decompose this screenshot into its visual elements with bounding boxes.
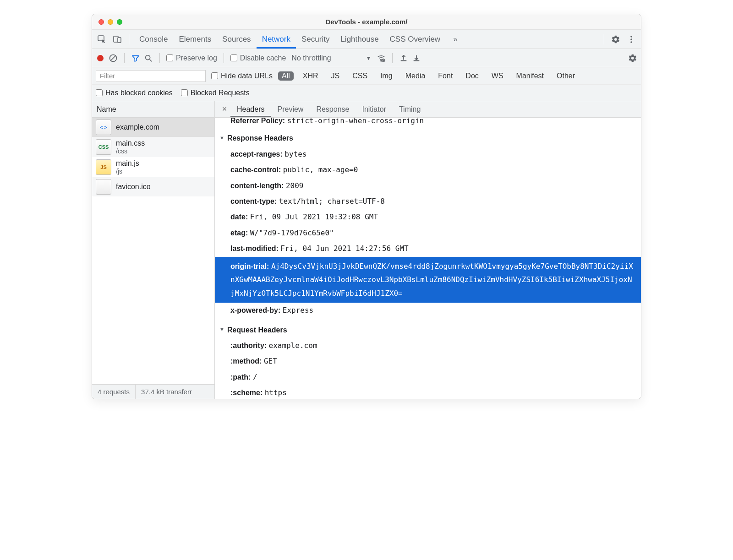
filter-chip-css[interactable]: CSS	[349, 71, 371, 81]
tab-network[interactable]: Network	[257, 30, 296, 49]
filter-chip-manifest[interactable]: Manifest	[513, 71, 547, 81]
header-value: /	[253, 373, 257, 381]
header-value: 2009	[286, 181, 304, 190]
svg-rect-2	[118, 38, 121, 43]
header-row[interactable]: content-type: text/html; charset=UTF-8	[215, 194, 641, 209]
import-har-icon[interactable]	[399, 54, 408, 63]
inspect-element-icon[interactable]	[95, 33, 109, 46]
filter-chip-media[interactable]: Media	[402, 71, 429, 81]
svg-point-3	[630, 36, 632, 38]
request-path: /js	[116, 168, 139, 175]
close-window-button[interactable]	[98, 19, 104, 25]
preserve-log-checkbox[interactable]: Preserve log	[166, 54, 217, 62]
header-key: date:	[230, 213, 250, 221]
header-value: public, max-age=0	[283, 165, 358, 174]
filter-chip-other[interactable]: Other	[553, 71, 579, 81]
request-row[interactable]: < >example.com	[92, 118, 214, 137]
headers-panel[interactable]: Referrer Policy: strict-origin-when-cros…	[215, 118, 641, 399]
svg-point-8	[146, 55, 150, 60]
search-icon[interactable]	[144, 54, 153, 63]
status-transfer: 37.4 kB transferr	[135, 385, 197, 399]
filter-chip-img[interactable]: Img	[377, 71, 396, 81]
response-headers-toggle[interactable]: ▼ Response Headers	[215, 130, 641, 146]
request-row[interactable]: CSSmain.css/css	[92, 137, 214, 157]
device-toolbar-icon[interactable]	[110, 33, 124, 46]
record-button[interactable]	[96, 54, 105, 63]
filter-chip-js[interactable]: JS	[328, 71, 344, 81]
tab-css-overview[interactable]: CSS Overview	[384, 30, 446, 49]
blocked-requests-checkbox[interactable]: Blocked Requests	[181, 89, 250, 97]
header-row[interactable]: last-modified: Fri, 04 Jun 2021 14:27:56…	[215, 241, 641, 256]
header-row[interactable]: cache-control: public, max-age=0	[215, 162, 641, 178]
tab-security[interactable]: Security	[296, 30, 335, 49]
blocked-requests-label: Blocked Requests	[191, 89, 250, 97]
minimize-window-button[interactable]	[108, 19, 113, 25]
header-row[interactable]: x-powered-by: Express	[215, 303, 641, 318]
request-headers-title: Request Headers	[227, 323, 287, 337]
filter-chip-ws[interactable]: WS	[488, 71, 507, 81]
blocked-requests-input[interactable]	[181, 89, 188, 96]
header-row[interactable]: origin-trial: Aj4DysCv3VjknU3jJvkDEwnQZK…	[215, 257, 641, 303]
tab-lighthouse[interactable]: Lighthouse	[335, 30, 384, 49]
disable-cache-label: Disable cache	[240, 54, 286, 62]
header-row[interactable]: etag: W/"7d9-179d76c65e0"	[215, 225, 641, 241]
preserve-log-input[interactable]	[166, 54, 173, 61]
network-conditions-icon[interactable]	[377, 54, 386, 63]
tab-sources[interactable]: Sources	[217, 30, 256, 49]
network-toolbar: Preserve log Disable cache No throttling…	[92, 49, 641, 67]
response-headers-title: Response Headers	[227, 131, 293, 145]
header-value: Fri, 09 Jul 2021 19:32:08 GMT	[250, 212, 378, 221]
header-value: bytes	[284, 150, 306, 158]
header-row[interactable]: :path: /	[215, 370, 641, 385]
request-headers-toggle[interactable]: ▼ Request Headers	[215, 322, 641, 338]
header-row[interactable]: content-length: 2009	[215, 178, 641, 194]
header-row[interactable]: :authority: example.com	[215, 338, 641, 353]
detail-tab-response[interactable]: Response	[310, 101, 356, 117]
filter-chip-doc[interactable]: Doc	[462, 71, 482, 81]
filter-icon[interactable]	[131, 54, 140, 63]
throttling-value: No throttling	[291, 54, 331, 62]
detail-tab-preview[interactable]: Preview	[271, 101, 310, 117]
filter-chip-all[interactable]: All	[278, 71, 294, 81]
filter-chip-xhr[interactable]: XHR	[299, 71, 322, 81]
detail-tab-timing[interactable]: Timing	[393, 101, 427, 117]
header-row[interactable]: accept-ranges: bytes	[215, 147, 641, 162]
throttling-select[interactable]: No throttling ▼	[290, 54, 373, 62]
filter-chip-font[interactable]: Font	[434, 71, 456, 81]
export-har-icon[interactable]	[412, 54, 421, 63]
disclosure-triangle-icon: ▼	[219, 133, 224, 143]
detail-tab-initiator[interactable]: Initiator	[356, 101, 392, 117]
svg-point-5	[630, 41, 632, 43]
header-row[interactable]: date: Fri, 09 Jul 2021 19:32:08 GMT	[215, 209, 641, 225]
status-bar: 4 requests 37.4 kB transferr	[92, 384, 214, 399]
header-key: etag:	[230, 229, 250, 237]
hide-data-urls-checkbox[interactable]: Hide data URLs	[211, 72, 273, 80]
kebab-menu-icon[interactable]	[624, 33, 638, 46]
zoom-window-button[interactable]	[117, 19, 122, 25]
more-tabs-icon[interactable]: »	[448, 30, 463, 49]
disable-cache-checkbox[interactable]: Disable cache	[230, 54, 286, 62]
request-list-header[interactable]: Name	[92, 101, 214, 118]
disable-cache-input[interactable]	[230, 54, 237, 61]
clear-icon[interactable]	[109, 54, 118, 63]
close-details-icon[interactable]: ×	[219, 104, 230, 114]
header-value: Fri, 04 Jun 2021 14:27:56 GMT	[280, 244, 408, 253]
has-blocked-cookies-input[interactable]	[96, 89, 103, 96]
request-row[interactable]: favicon.ico	[92, 177, 214, 196]
detail-tab-headers[interactable]: Headers	[230, 101, 271, 117]
extra-filter-row: Has blocked cookies Blocked Requests	[92, 85, 641, 101]
svg-line-7	[111, 56, 115, 60]
file-type-icon: CSS	[96, 139, 111, 155]
hide-data-urls-input[interactable]	[211, 72, 218, 79]
panel-settings-icon[interactable]	[628, 54, 637, 63]
has-blocked-cookies-checkbox[interactable]: Has blocked cookies	[96, 89, 173, 97]
filter-input[interactable]	[96, 70, 206, 82]
header-row[interactable]: :method: GET	[215, 353, 641, 369]
header-row[interactable]: :scheme: https	[215, 385, 641, 399]
window-title: DevTools - example.com/	[92, 18, 641, 26]
settings-icon[interactable]	[609, 33, 623, 46]
request-row[interactable]: JSmain.js/js	[92, 157, 214, 177]
tab-console[interactable]: Console	[134, 30, 173, 49]
tab-elements[interactable]: Elements	[173, 30, 217, 49]
status-requests: 4 requests	[92, 385, 135, 399]
